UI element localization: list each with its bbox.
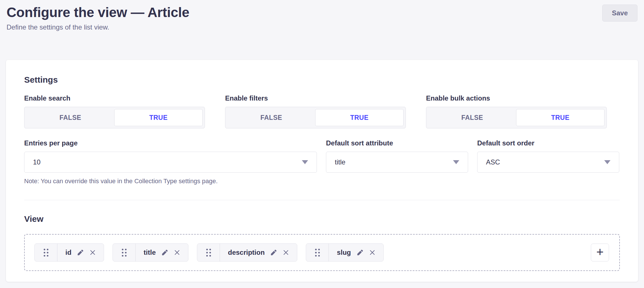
default-sort-attribute-select[interactable]: title: [326, 152, 468, 173]
settings-card: Settings Enable search FALSE TRUE Enable…: [6, 60, 638, 282]
drag-handle[interactable]: [113, 244, 136, 261]
enable-bulk-actions-field: Enable bulk actions FALSE TRUE: [426, 94, 607, 128]
edit-field-button[interactable]: [161, 249, 168, 256]
field-drop-zone: id: [24, 234, 620, 271]
select-value: 10: [33, 158, 41, 166]
page-title: Configure the view — Article: [7, 5, 189, 20]
plus-icon: +: [596, 245, 604, 258]
field-pill-label: slug: [337, 249, 351, 256]
page-header: Configure the view — Article Define the …: [0, 0, 644, 32]
entries-per-page-select[interactable]: 10: [24, 152, 317, 173]
field-label: Enable filters: [225, 94, 406, 102]
default-sort-order-field: Default sort order ASC: [477, 139, 619, 185]
field-label: Enable bulk actions: [426, 94, 607, 102]
field-pill-description[interactable]: description: [197, 243, 297, 262]
pencil-icon: [77, 249, 84, 256]
select-value: ASC: [486, 158, 500, 166]
chevron-down-icon: [604, 160, 610, 164]
field-label: Enable search: [24, 94, 205, 102]
page-subtitle: Define the settings of the list view.: [7, 23, 189, 32]
drag-handle[interactable]: [197, 244, 220, 261]
field-label: Entries per page: [24, 139, 317, 147]
enable-search-toggle[interactable]: FALSE TRUE: [24, 107, 205, 128]
entries-per-page-field: Entries per page 10 Note: You can overri…: [24, 139, 317, 185]
remove-field-button[interactable]: [283, 249, 289, 256]
default-sort-order-select[interactable]: ASC: [477, 152, 619, 173]
select-value: title: [335, 158, 345, 166]
toggle-row: Enable search FALSE TRUE Enable filters …: [24, 94, 620, 128]
close-icon: [90, 249, 96, 256]
pencil-icon: [161, 249, 168, 256]
pencil-icon: [270, 249, 277, 256]
drag-dots-icon: [315, 248, 320, 257]
field-pill-label: description: [228, 249, 265, 256]
edit-field-button[interactable]: [270, 249, 277, 256]
field-pill-id[interactable]: id: [34, 243, 104, 262]
toggle-option-true[interactable]: TRUE: [114, 109, 203, 126]
field-label: Default sort order: [477, 139, 619, 147]
entries-per-page-note: Note: You can override this value in the…: [24, 177, 317, 185]
field-pill-label: title: [144, 249, 156, 256]
view-heading: View: [24, 214, 620, 224]
drag-handle[interactable]: [306, 244, 329, 261]
field-label: Default sort attribute: [326, 139, 468, 147]
close-icon: [369, 249, 375, 256]
toggle-option-false[interactable]: FALSE: [227, 109, 315, 126]
enable-search-field: Enable search FALSE TRUE: [24, 94, 205, 128]
field-pill-slug[interactable]: slug: [306, 243, 383, 262]
page-header-text: Configure the view — Article Define the …: [7, 5, 189, 32]
close-icon: [283, 249, 289, 256]
remove-field-button[interactable]: [369, 249, 375, 256]
chevron-down-icon: [302, 160, 308, 164]
toggle-option-true[interactable]: TRUE: [315, 109, 404, 126]
enable-bulk-actions-toggle[interactable]: FALSE TRUE: [426, 107, 607, 128]
edit-field-button[interactable]: [77, 249, 84, 256]
field-pill-label: id: [65, 249, 71, 256]
enable-filters-field: Enable filters FALSE TRUE: [225, 94, 406, 128]
remove-field-button[interactable]: [90, 249, 96, 256]
toggle-option-false[interactable]: FALSE: [26, 109, 114, 126]
toggle-option-true[interactable]: TRUE: [516, 109, 604, 126]
edit-field-button[interactable]: [357, 249, 363, 256]
section-divider: [24, 200, 620, 200]
settings-heading: Settings: [24, 75, 620, 85]
add-field-button[interactable]: +: [591, 244, 609, 262]
save-button[interactable]: Save: [602, 5, 637, 22]
close-icon: [174, 249, 180, 256]
chevron-down-icon: [453, 160, 459, 164]
pencil-icon: [357, 249, 363, 256]
remove-field-button[interactable]: [174, 249, 180, 256]
drag-dots-icon: [121, 248, 127, 257]
field-pill-title[interactable]: title: [113, 243, 188, 262]
select-row: Entries per page 10 Note: You can overri…: [24, 139, 620, 185]
drag-dots-icon: [43, 248, 49, 257]
toggle-option-false[interactable]: FALSE: [428, 109, 516, 126]
default-sort-attribute-field: Default sort attribute title: [326, 139, 468, 185]
drag-handle[interactable]: [35, 244, 57, 261]
enable-filters-toggle[interactable]: FALSE TRUE: [225, 107, 406, 128]
drag-dots-icon: [206, 248, 211, 257]
